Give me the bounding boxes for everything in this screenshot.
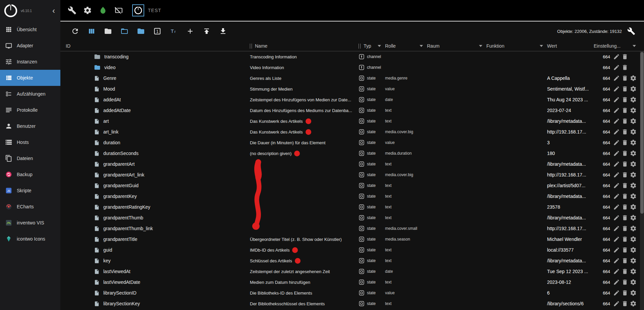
acl-badge[interactable]: 664 — [599, 280, 610, 285]
delete-trash-icon[interactable] — [622, 128, 628, 135]
acl-badge[interactable]: 664 — [599, 130, 610, 135]
sidebar-item-echarts[interactable]: ECharts — [0, 199, 60, 215]
folder-level-icon[interactable] — [137, 27, 145, 35]
column-header-function[interactable]: Funktion — [486, 41, 547, 51]
value-settings-gear-icon[interactable] — [630, 193, 637, 200]
edit-pencil-icon[interactable] — [613, 214, 620, 221]
sidebar-item-skripte[interactable]: JS Skripte — [0, 183, 60, 199]
sidebar-item-icontwo-icons[interactable]: icontwo Icons — [0, 231, 60, 247]
table-row[interactable]: video Video Information channel 664 — [60, 62, 644, 73]
edit-pencil-icon[interactable] — [613, 64, 620, 71]
acl-badge[interactable]: 664 — [599, 205, 610, 210]
expert-mode-icon[interactable]: 1 — [153, 27, 161, 35]
acl-badge[interactable]: 664 — [599, 248, 610, 253]
acl-badge[interactable]: 664 — [599, 65, 610, 70]
acl-badge[interactable]: 664 — [599, 140, 610, 145]
acl-badge[interactable]: 664 — [599, 162, 610, 167]
cast-off-icon[interactable] — [114, 6, 123, 15]
edit-pencil-icon[interactable] — [613, 268, 620, 275]
value-settings-gear-icon[interactable] — [630, 171, 637, 178]
delete-trash-icon[interactable] — [622, 236, 628, 243]
instance-tab[interactable]: TEST — [132, 4, 161, 16]
delete-trash-icon[interactable] — [622, 96, 628, 103]
acl-badge[interactable]: 664 — [599, 76, 610, 81]
table-row[interactable]: librarySectionKey Der Bibliotheksschlüss… — [60, 298, 644, 309]
value-settings-gear-icon[interactable] — [630, 247, 637, 253]
table-row[interactable]: art Das Kunstwerk des Artikels state tex… — [60, 116, 644, 126]
delete-trash-icon[interactable] — [622, 118, 628, 124]
delete-trash-icon[interactable] — [622, 268, 628, 275]
export-objects-icon[interactable] — [219, 27, 227, 35]
acl-badge[interactable]: 664 — [599, 119, 610, 124]
delete-trash-icon[interactable] — [622, 204, 628, 210]
value-settings-gear-icon[interactable] — [630, 86, 637, 92]
delete-trash-icon[interactable] — [622, 107, 628, 114]
acl-badge[interactable]: 664 — [599, 269, 610, 274]
value-settings-gear-icon[interactable] — [630, 300, 637, 307]
edit-pencil-icon[interactable] — [613, 161, 620, 167]
column-header-type[interactable]: Typ — [359, 41, 385, 51]
refresh-icon[interactable] — [71, 27, 79, 35]
value-settings-gear-icon[interactable] — [630, 257, 637, 264]
edit-pencil-icon[interactable] — [613, 171, 620, 178]
sort-text-icon[interactable]: Tr — [170, 27, 178, 35]
delete-trash-icon[interactable] — [622, 150, 628, 157]
edit-pencil-icon[interactable] — [613, 236, 620, 243]
delete-trash-icon[interactable] — [622, 214, 628, 221]
edit-pencil-icon[interactable] — [613, 118, 620, 124]
column-header-settings[interactable]: Einstellung... — [594, 41, 640, 51]
table-row[interactable]: guid IMDb-ID des Artikels state text loc… — [60, 245, 644, 255]
table-row[interactable]: grandparentArt_link state media.cover.bi… — [60, 169, 644, 180]
edit-pencil-icon[interactable] — [613, 107, 620, 114]
expand-folders-icon[interactable] — [120, 27, 128, 35]
sidebar-item-objekte[interactable]: Objekte — [0, 70, 60, 86]
table-row[interactable]: addedAt Zeitstempel des Hinzufügens von … — [60, 94, 644, 105]
edit-pencil-icon[interactable] — [613, 128, 620, 135]
add-object-icon[interactable] — [186, 27, 194, 35]
sidebar-item-inventwo-vis[interactable]: inventwo VIS — [0, 215, 60, 231]
table-row[interactable]: lastViewedAtDate Medien zum Datum hinzuf… — [60, 277, 644, 288]
wrench-icon[interactable] — [68, 6, 76, 15]
function-filter-dropdown-icon[interactable] — [540, 45, 543, 47]
delete-trash-icon[interactable] — [622, 182, 628, 189]
sidebar-item-dateien[interactable]: Dateien — [0, 150, 60, 166]
value-settings-gear-icon[interactable] — [630, 150, 637, 157]
table-row[interactable]: grandparentTitle Übergeordneter Titel (z… — [60, 234, 644, 245]
collapse-folders-icon[interactable] — [104, 27, 112, 35]
edit-pencil-icon[interactable] — [613, 75, 620, 82]
table-row[interactable]: art_link Das Kunstwerk des Artikels stat… — [60, 126, 644, 137]
column-resize-handle[interactable] — [359, 44, 361, 49]
sidebar-item-aufz-hlungen[interactable]: Aufzählungen — [0, 86, 60, 102]
value-settings-gear-icon[interactable] — [630, 214, 637, 221]
table-row[interactable]: grandparentArt state text /library/metad… — [60, 159, 644, 169]
acl-badge[interactable]: 664 — [599, 194, 610, 199]
room-filter-dropdown-icon[interactable] — [479, 45, 482, 47]
value-settings-gear-icon[interactable] — [630, 161, 637, 167]
table-row[interactable]: duration Die Dauer (in Minuten) für das … — [60, 137, 644, 148]
delete-trash-icon[interactable] — [622, 193, 628, 200]
table-row[interactable]: addedAtDate Datum des Hinzufügens des Me… — [60, 105, 644, 116]
delete-trash-icon[interactable] — [622, 279, 628, 286]
edit-pencil-icon[interactable] — [613, 53, 620, 60]
table-row[interactable]: transcoding Transcoding Information chan… — [60, 51, 644, 62]
acl-badge[interactable]: 664 — [599, 291, 610, 296]
delete-trash-icon[interactable] — [622, 86, 628, 92]
value-settings-gear-icon[interactable] — [630, 279, 637, 286]
edit-pencil-icon[interactable] — [613, 150, 620, 157]
edit-pencil-icon[interactable] — [613, 96, 620, 103]
table-row[interactable]: Mood Stimmung der Medien state value Sen… — [60, 84, 644, 94]
edit-pencil-icon[interactable] — [613, 182, 620, 189]
delete-trash-icon[interactable] — [622, 64, 628, 71]
value-settings-gear-icon[interactable] — [630, 182, 637, 189]
gear-icon[interactable] — [83, 6, 92, 15]
acl-badge[interactable]: 664 — [599, 108, 610, 113]
acl-badge[interactable]: 664 — [599, 301, 610, 306]
edit-pencil-icon[interactable] — [613, 139, 620, 146]
delete-trash-icon[interactable] — [622, 225, 628, 232]
column-header-name[interactable]: Name — [250, 41, 359, 51]
delete-trash-icon[interactable] — [622, 290, 628, 296]
value-settings-gear-icon[interactable] — [630, 139, 637, 146]
value-settings-gear-icon[interactable] — [630, 236, 637, 243]
acl-badge[interactable]: 664 — [599, 87, 610, 92]
acl-badge[interactable]: 664 — [599, 215, 610, 220]
